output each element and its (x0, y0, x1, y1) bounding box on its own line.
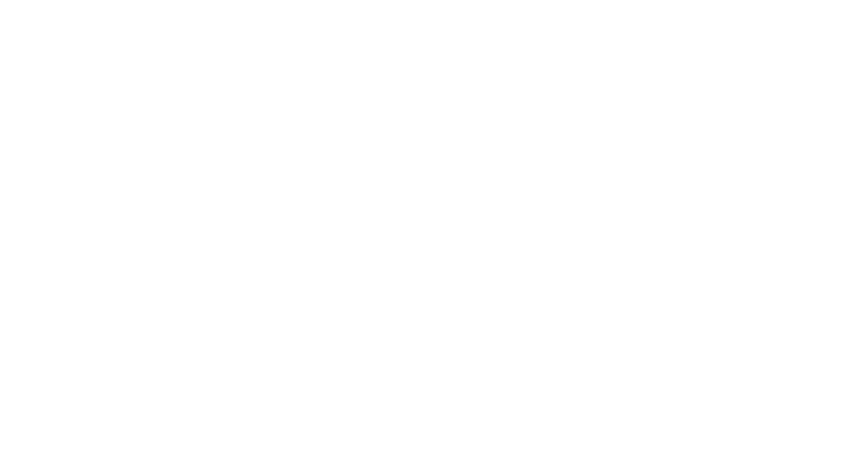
line-series (0, 0, 217, 108)
chart-container (0, 0, 868, 470)
